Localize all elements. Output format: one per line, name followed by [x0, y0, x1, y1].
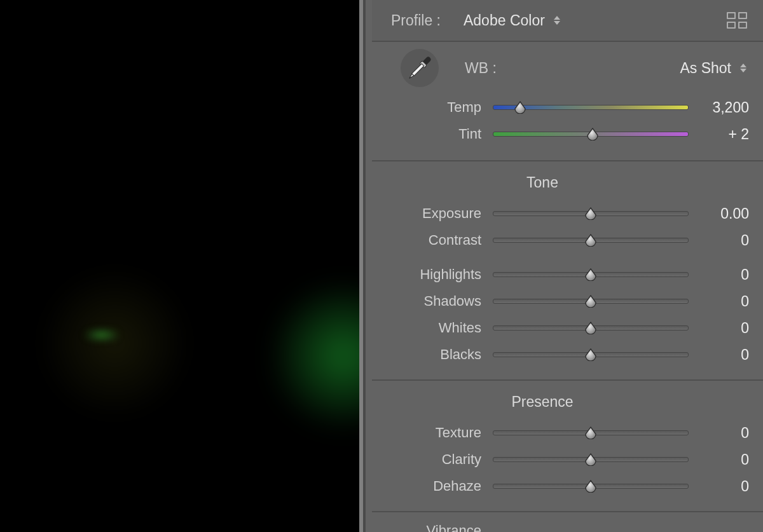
- exposure-slider[interactable]: [493, 204, 689, 223]
- blacks-slider[interactable]: [493, 345, 689, 364]
- exposure-slider-row: Exposure 0.00: [391, 200, 749, 227]
- profile-row: Profile : Adobe Color: [372, 0, 763, 42]
- texture-slider-row: Texture 0: [391, 419, 749, 446]
- tone-heading: Tone: [460, 174, 625, 191]
- dehaze-slider-row: Dehaze 0: [391, 473, 749, 500]
- temp-slider[interactable]: [493, 98, 689, 117]
- temp-label: Temp: [391, 99, 493, 116]
- tint-slider-row: Tint + 2: [391, 121, 749, 147]
- clarity-slider-row: Clarity 0: [391, 446, 749, 473]
- shadows-slider-row: Shadows 0: [391, 288, 749, 315]
- whites-value[interactable]: 0: [689, 320, 749, 337]
- profile-dropdown[interactable]: Adobe Color: [464, 12, 560, 29]
- wb-dropdown[interactable]: As Shot: [680, 60, 746, 77]
- contrast-value[interactable]: 0: [689, 232, 749, 249]
- wb-label: WB :: [465, 60, 497, 77]
- shadows-slider[interactable]: [493, 292, 689, 311]
- panel-divider[interactable]: [359, 0, 372, 532]
- develop-panel: Profile : Adobe Color: [372, 0, 763, 532]
- preview-blur: [38, 267, 191, 419]
- blacks-label: Blacks: [391, 346, 493, 363]
- tint-slider[interactable]: [493, 125, 689, 144]
- wb-value: As Shot: [680, 60, 731, 77]
- vibrance-section-partial: Vibrance: [372, 512, 763, 532]
- contrast-slider[interactable]: [493, 231, 689, 250]
- preview-blur: [76, 331, 127, 339]
- whites-slider[interactable]: [493, 318, 689, 338]
- profile-label: Profile :: [391, 12, 441, 29]
- contrast-slider-row: Contrast 0: [391, 227, 749, 254]
- presence-section: Presence Texture 0 Clarity 0 Dehaze 0: [372, 381, 763, 512]
- updown-icon: [740, 64, 746, 72]
- profile-browser-button[interactable]: [725, 10, 749, 31]
- dehaze-label: Dehaze: [391, 478, 493, 494]
- shadows-value[interactable]: 0: [689, 293, 749, 310]
- white-balance-section: WB : As Shot Temp 3,200 Tint: [372, 42, 763, 161]
- eyedropper-icon: [401, 50, 438, 86]
- temp-slider-row: Temp 3,200: [391, 94, 749, 121]
- texture-value[interactable]: 0: [689, 425, 749, 442]
- vibrance-label: Vibrance: [391, 522, 493, 532]
- dehaze-slider[interactable]: [493, 477, 689, 496]
- highlights-label: Highlights: [391, 266, 493, 283]
- texture-slider[interactable]: [493, 423, 689, 442]
- highlights-slider-row: Highlights 0: [391, 261, 749, 288]
- clarity-slider[interactable]: [493, 450, 689, 469]
- texture-label: Texture: [391, 425, 493, 441]
- exposure-label: Exposure: [391, 205, 493, 222]
- temp-value[interactable]: 3,200: [689, 99, 749, 116]
- wb-eyedropper-tool[interactable]: [401, 49, 439, 87]
- highlights-slider[interactable]: [493, 265, 689, 284]
- dehaze-value[interactable]: 0: [689, 478, 749, 495]
- whites-label: Whites: [391, 320, 493, 336]
- blacks-value[interactable]: 0: [689, 346, 749, 364]
- exposure-value[interactable]: 0.00: [689, 205, 749, 222]
- clarity-value[interactable]: 0: [689, 451, 749, 468]
- contrast-label: Contrast: [391, 232, 493, 249]
- highlights-value[interactable]: 0: [689, 266, 749, 283]
- image-preview[interactable]: [0, 0, 359, 532]
- updown-icon: [554, 16, 560, 25]
- tint-label: Tint: [391, 126, 493, 142]
- tone-section: Tone Exposure 0.00 Contrast 0 Highlights: [372, 161, 763, 381]
- profile-value: Adobe Color: [464, 12, 545, 29]
- svg-rect-2: [412, 64, 424, 76]
- tint-value[interactable]: + 2: [689, 126, 749, 143]
- shadows-label: Shadows: [391, 293, 493, 310]
- clarity-label: Clarity: [391, 451, 493, 468]
- blacks-slider-row: Blacks 0: [391, 341, 749, 368]
- whites-slider-row: Whites 0: [391, 315, 749, 341]
- presence-heading: Presence: [460, 393, 625, 411]
- preview-blur: [273, 273, 359, 439]
